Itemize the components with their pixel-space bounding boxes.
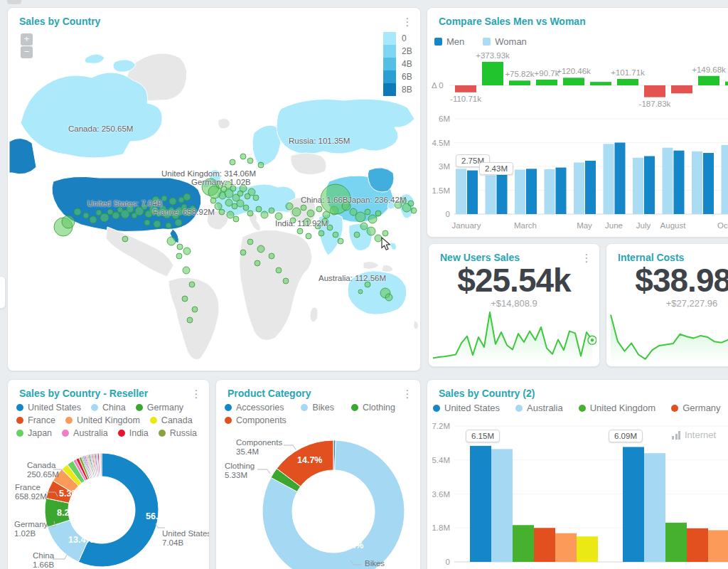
x-axis-month-label: January: [452, 221, 481, 230]
map-legend-label: 4B: [402, 59, 412, 69]
waterfall-bar[interactable]: [509, 80, 530, 85]
map-legend-row: 8B: [383, 83, 412, 96]
kpi-value: $38.98k: [606, 261, 728, 299]
page-title: Sales by Country: [19, 16, 100, 27]
x-axis-month-label: March: [514, 221, 537, 230]
bar-tooltip: 2.43M: [479, 162, 513, 175]
waterfall-bar[interactable]: [536, 80, 557, 85]
month-bar[interactable]: [644, 156, 655, 214]
country-bar-united-kingdom[interactable]: [665, 523, 687, 562]
y-axis-tick: 0: [446, 558, 450, 566]
legend-item[interactable]: Australia: [515, 403, 563, 413]
donut-slice[interactable]: [100, 453, 102, 477]
legend-marker: [433, 405, 440, 412]
legend-item[interactable]: Germany: [671, 403, 720, 413]
legend-marker: [579, 405, 586, 412]
waterfall-bar[interactable]: [725, 82, 728, 85]
waterfall-bar[interactable]: [590, 82, 611, 85]
month-bar[interactable]: [674, 151, 685, 214]
waterfall-bar[interactable]: [563, 78, 584, 85]
y-axis-tick: 7.2M: [432, 422, 450, 430]
legend-item[interactable]: United States: [433, 403, 500, 413]
waterfall-bar-label: -110.71k: [450, 95, 481, 103]
legend-marker: [671, 405, 678, 412]
month-bar[interactable]: [497, 169, 508, 214]
panel-title: Compare Sales Men vs Woman: [439, 16, 586, 27]
map-legend-swatch: [383, 32, 396, 45]
country-bar-canada[interactable]: [577, 536, 598, 562]
map-legend-label: 2B: [402, 46, 412, 56]
month-bar[interactable]: [703, 153, 714, 214]
month-bar[interactable]: [722, 145, 728, 214]
country-bar-united-states[interactable]: [623, 447, 644, 562]
sparkline-chart: [609, 311, 728, 365]
bar-value-label: 6.09M: [609, 430, 643, 442]
x-axis-month-label: July: [636, 221, 651, 230]
kebab-menu-icon[interactable]: ⋮: [402, 15, 413, 29]
month-bar[interactable]: [615, 143, 626, 215]
x-axis-month-label: August: [660, 221, 687, 230]
legend-marker: [515, 405, 523, 412]
month-bar[interactable]: [526, 169, 537, 214]
country-bar-united-states[interactable]: [470, 446, 491, 562]
country-bar-australia[interactable]: [491, 449, 513, 562]
monthly-bar-chart: 6M4.5M3M1.5M0JanuaryMarchMayJuneJulyAugu…: [427, 113, 728, 237]
waterfall-bar[interactable]: [671, 85, 692, 93]
country-bar-united-kingdom[interactable]: [513, 525, 534, 562]
donut-percent-label: 82.4%: [338, 541, 363, 551]
waterfall-bar[interactable]: [698, 76, 719, 85]
month-bar[interactable]: [574, 162, 584, 214]
x-axis-month-label: June: [605, 221, 623, 230]
legend-label: Germany: [682, 403, 720, 413]
month-bar[interactable]: [486, 176, 496, 214]
country-bar-australia[interactable]: [644, 453, 665, 562]
kpi-delta: +$14,808.9: [429, 298, 599, 309]
month-bar[interactable]: [663, 148, 673, 214]
donut-outer-label: United States7.04B: [162, 529, 210, 548]
legend-item[interactable]: United Kingdom: [579, 403, 656, 413]
map-legend-swatch: [383, 70, 396, 83]
map-legend-row: 6B: [383, 70, 412, 83]
donut-outer-label: Canada250.65M: [27, 461, 59, 479]
month-bar[interactable]: [467, 171, 478, 214]
waterfall-chart: Δ 0-110.71k+373.93k+75.82k+90.7k+120.46k…: [427, 43, 728, 123]
month-bar[interactable]: [604, 144, 614, 214]
month-bar[interactable]: [556, 168, 567, 214]
waterfall-bar-label: +101.71k: [611, 68, 645, 77]
donut-percent-label: 13.4%: [68, 535, 93, 545]
waterfall-bar[interactable]: [617, 79, 638, 85]
y-axis-tick: 0: [446, 210, 450, 218]
donut-outer-label: Clothing5.33M: [225, 462, 255, 480]
y-axis-tick: 3.6M: [432, 490, 450, 499]
panel-title: Sales by Country (2): [439, 388, 535, 399]
waterfall-bar-label: +75.82k: [505, 70, 534, 78]
month-bar[interactable]: [585, 161, 596, 214]
map-country-label: Russia: 101.35M: [289, 137, 350, 145]
month-bar[interactable]: [692, 151, 702, 214]
month-bar[interactable]: [515, 169, 525, 214]
country-bar-germany[interactable]: [534, 528, 555, 562]
month-bar[interactable]: [456, 169, 466, 214]
country-bar-germany[interactable]: [687, 528, 708, 562]
map-country-label: United States: 7.04B: [87, 199, 162, 208]
sparkline-chart: [432, 311, 596, 365]
month-bar[interactable]: [545, 169, 555, 214]
left-edge-tab[interactable]: [0, 276, 6, 309]
waterfall-bar[interactable]: [455, 85, 476, 92]
legend-label: United Kingdom: [590, 403, 656, 413]
panel-product-category: Product Category ⋮ AccessoriesBikesCloth…: [215, 379, 421, 569]
month-bar[interactable]: [633, 158, 643, 214]
waterfall-bar[interactable]: [644, 85, 665, 97]
map-country-label: France: 658.92M: [153, 208, 215, 216]
map-country-label: India: 111.92M: [275, 219, 328, 228]
map-legend-row: 2B: [383, 45, 412, 58]
bar-value-label: 6.15M: [466, 430, 500, 442]
waterfall-bar-label: -187.83k: [639, 100, 671, 108]
map-legend-swatch: [383, 83, 396, 96]
country-bar-france[interactable]: [708, 530, 728, 562]
country-bar-france[interactable]: [555, 533, 577, 562]
y-axis-tick: 1.8M: [432, 523, 450, 532]
panel-new-users-sales: New Users Sales ⋮ $25.54k +$14,808.9: [428, 243, 600, 367]
waterfall-bar-label: +90.7k: [535, 69, 560, 78]
waterfall-bar[interactable]: [482, 62, 503, 85]
